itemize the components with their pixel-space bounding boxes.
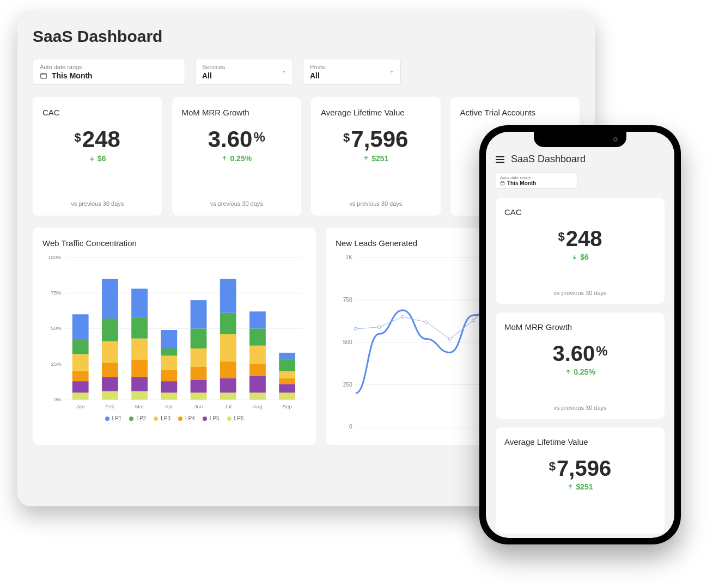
bar-segment — [72, 381, 89, 393]
bar-segment — [191, 300, 207, 328]
date-range-filter[interactable]: Auto date range This Month — [496, 173, 577, 189]
kpi-card: MoM MRR Growth3.60%0.25%vs previous 30 d… — [496, 313, 665, 419]
bar-segment — [249, 328, 266, 345]
phone-mockup: SaaS Dashboard Auto date range This Mont… — [479, 125, 681, 544]
bar-segment — [72, 354, 89, 371]
date-range-label: Auto date range — [40, 64, 178, 70]
kpi-card: Average Lifetime Value$7,596$251vs previ… — [311, 97, 441, 216]
kpi-value: $7,596 — [343, 128, 408, 151]
data-point — [448, 338, 451, 340]
kpi-delta: $251 — [567, 482, 593, 491]
svg-text:50%: 50% — [51, 325, 62, 331]
bar-segment — [72, 314, 89, 340]
phone-header: SaaS Dashboard — [496, 154, 665, 165]
bar-segment — [131, 339, 148, 360]
svg-text:250: 250 — [343, 382, 352, 388]
kpi-card: Average Lifetime Value$7,596$251 — [496, 427, 665, 534]
kpi-title: MoM MRR Growth — [182, 108, 292, 117]
kpi-delta: 0.25% — [221, 154, 252, 163]
legend-swatch — [105, 416, 109, 421]
data-point — [378, 326, 381, 328]
svg-text:500: 500 — [343, 339, 352, 345]
bar-segment — [191, 380, 207, 393]
bar-segment — [72, 340, 89, 354]
legend-label: LP6 — [234, 415, 244, 421]
menu-icon[interactable] — [496, 156, 504, 163]
bar-segment — [102, 279, 118, 318]
kpi-compare-text: vs previous 30 days — [182, 200, 292, 207]
legend-item: LP3 — [154, 415, 170, 421]
chart-title: Web Traffic Concentration — [42, 238, 306, 248]
legend-label: LP1 — [112, 415, 122, 421]
date-range-filter[interactable]: Auto date range This Month — [33, 59, 185, 85]
kpi-title: Active Trial Accounts — [460, 108, 570, 117]
legend-label: LP2 — [136, 415, 146, 421]
bar-segment — [102, 341, 118, 363]
legend-item: LP6 — [227, 415, 244, 421]
currency-prefix: $ — [343, 132, 350, 144]
currency-prefix: $ — [75, 132, 81, 144]
chevron-down-icon — [281, 69, 287, 75]
svg-rect-29 — [501, 182, 504, 185]
kpi-compare-text: vs previous 30 days — [504, 290, 656, 296]
kpi-title: CAC — [42, 108, 153, 117]
date-range-value: This Month — [52, 71, 93, 80]
bar-segment — [102, 363, 118, 377]
currency-prefix: $ — [549, 461, 556, 473]
legend-label: LP3 — [161, 415, 170, 421]
svg-text:75%: 75% — [51, 290, 62, 296]
kpi-title: Average Lifetime Value — [321, 108, 431, 117]
percent-suffix: % — [253, 131, 265, 144]
kpi-delta: $251 — [363, 154, 388, 163]
data-point — [472, 319, 474, 322]
svg-text:0: 0 — [349, 424, 352, 430]
kpi-compare-text: vs previous 30 days — [504, 405, 656, 411]
services-label: Services — [202, 64, 286, 70]
posts-filter[interactable]: Posts All — [303, 59, 401, 85]
kpi-compare-text: vs previous 30 days — [42, 200, 153, 207]
kpi-compare-text: vs previous 30 days — [321, 200, 431, 207]
legend-item: LP1 — [105, 415, 122, 421]
svg-text:0%: 0% — [54, 396, 62, 402]
data-point — [401, 316, 404, 318]
bar-segment — [161, 381, 177, 393]
kpi-value: 3.60% — [552, 342, 607, 364]
svg-text:Aug: Aug — [253, 403, 262, 409]
bar-segment — [249, 376, 266, 393]
legend-swatch — [227, 416, 231, 421]
filter-bar: Auto date range This Month Services All … — [33, 59, 580, 85]
web-traffic-chart-card: Web Traffic Concentration 0%25%50%75%100… — [33, 228, 316, 445]
bar-segment — [279, 384, 295, 393]
legend-swatch — [178, 416, 182, 421]
bar-segment — [279, 393, 295, 400]
bar-segment — [220, 279, 236, 313]
kpi-delta: $6 — [89, 154, 106, 163]
bar-segment — [220, 313, 236, 334]
kpi-value: $248 — [558, 228, 602, 249]
bar-segment — [220, 393, 236, 400]
bar-segment — [279, 353, 295, 360]
bar-segment — [191, 393, 207, 400]
bar-segment — [161, 370, 177, 381]
bar-segment — [131, 377, 148, 391]
bar-segment — [161, 356, 177, 370]
services-filter[interactable]: Services All — [195, 59, 293, 85]
legend-swatch — [129, 416, 133, 421]
bar-segment — [191, 328, 207, 348]
bar-segment — [161, 393, 177, 400]
legend-swatch — [203, 416, 207, 421]
bar-segment — [191, 348, 207, 367]
posts-label: Posts — [310, 64, 394, 70]
kpi-delta: $6 — [571, 253, 589, 261]
svg-text:1K: 1K — [345, 254, 352, 260]
legend-item: LP5 — [203, 415, 220, 421]
svg-text:Sep: Sep — [283, 403, 292, 409]
arrow-down-icon — [89, 155, 95, 162]
arrow-up-icon — [363, 155, 369, 162]
svg-text:Feb: Feb — [106, 403, 115, 409]
legend-label: LP5 — [210, 415, 220, 421]
kpi-title: MoM MRR Growth — [504, 322, 656, 332]
arrow-down-icon — [571, 254, 578, 260]
svg-text:Apr: Apr — [165, 403, 174, 409]
posts-value: All — [310, 71, 394, 80]
